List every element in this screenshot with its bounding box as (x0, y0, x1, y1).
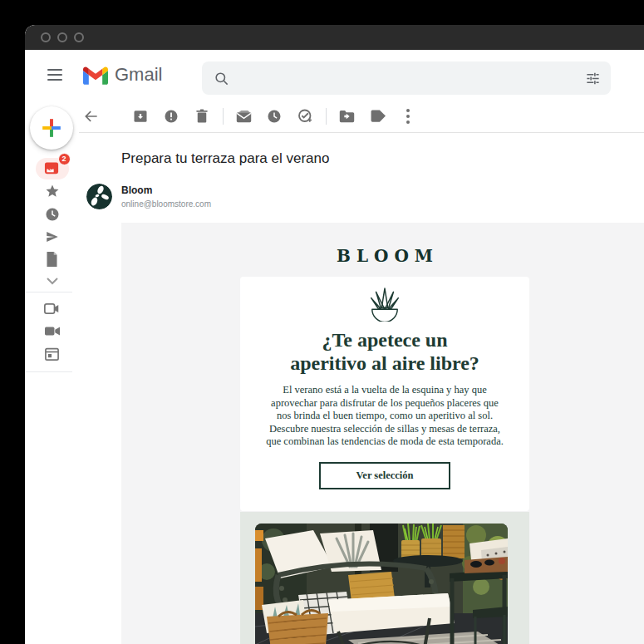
inbox-unread-badge: 2 (58, 153, 71, 165)
move-to-folder-button[interactable] (337, 106, 356, 126)
snooze-button[interactable] (264, 106, 284, 126)
sender-address[interactable]: online@bloomstore.com (121, 199, 211, 209)
mark-unread-button[interactable] (234, 106, 253, 126)
newsletter-card: ¿Te apetece un aperitivo al aire libre? … (240, 277, 529, 511)
search-icon (214, 71, 229, 86)
sidebar-item-drafts[interactable] (25, 248, 79, 270)
window-close-button[interactable] (41, 32, 51, 42)
sidebar-divider (25, 371, 72, 372)
labels-button[interactable] (367, 106, 387, 126)
sender-avatar[interactable] (86, 184, 112, 209)
sidebar-item-starred[interactable] (25, 179, 79, 202)
sidebar-item-sent[interactable] (25, 225, 79, 248)
sender-row: Bloom online@bloomstore.com (79, 184, 644, 210)
terrace-furniture-photo[interactable] (255, 524, 508, 644)
snooze-clock-icon (45, 207, 60, 222)
sender-name[interactable]: Bloom (121, 184, 152, 196)
back-arrow-button[interactable] (81, 106, 101, 126)
sidebar-item-inbox[interactable]: 2 (25, 157, 79, 179)
report-spam-button[interactable] (161, 106, 181, 126)
sidebar-more-toggle[interactable] (25, 270, 79, 293)
newsletter-body-text: El verano está a la vuelta de la esquina… (263, 384, 507, 449)
toolbar-divider (326, 108, 327, 125)
newsletter-brand-logo: BLOOM (240, 246, 529, 266)
calendar-icon (45, 347, 59, 361)
more-options-button[interactable] (398, 106, 418, 126)
add-to-tasks-button[interactable] (295, 106, 315, 126)
hamburger-menu-button[interactable] (38, 58, 71, 91)
camcorder-icon (45, 326, 60, 337)
email-subject: Prepara tu terraza para el verano (79, 133, 644, 167)
gmail-logo-icon (83, 66, 108, 85)
browser-window: Gmail (25, 25, 644, 644)
inbox-icon (44, 161, 60, 175)
succulent-plant-icon (367, 287, 402, 322)
search-bar[interactable] (202, 61, 611, 95)
mail-view: Prepara tu terraza para el verano Bloom … (79, 100, 644, 644)
search-input[interactable] (238, 71, 585, 85)
chevron-down-icon (47, 278, 58, 285)
sidebar-item-snoozed[interactable] (25, 203, 79, 225)
meet-video-icon (44, 302, 60, 315)
sidebar-divider (25, 292, 72, 293)
star-icon (45, 184, 60, 199)
newsletter-photo-section (240, 512, 529, 644)
toolbar-divider (223, 108, 224, 125)
gmail-header: Gmail (25, 50, 644, 100)
delete-button[interactable] (192, 106, 212, 126)
mail-toolbar (79, 100, 644, 133)
compose-button[interactable] (30, 106, 73, 150)
sidebar-item-meet[interactable] (25, 297, 79, 320)
draft-doc-icon (45, 252, 59, 267)
sidebar-item-calendar[interactable] (25, 342, 79, 365)
send-icon (45, 229, 60, 244)
archive-button[interactable] (130, 106, 150, 126)
gmail-sidebar: 2 (25, 100, 79, 644)
newsletter-heading: ¿Te apetece un aperitivo al aire libre? (262, 328, 508, 375)
plus-multicolor-icon (41, 117, 62, 139)
tune-icon[interactable] (585, 71, 601, 86)
sidebar-item-camcorder[interactable] (25, 320, 79, 342)
window-maximize-button[interactable] (74, 32, 84, 42)
app-name: Gmail (115, 64, 162, 86)
email-body: BLOOM ¿Te apetece un aperitivo (121, 223, 644, 644)
window-minimize-button[interactable] (57, 32, 67, 42)
ver-seleccion-button[interactable]: Ver selección (319, 462, 450, 489)
browser-titlebar (25, 25, 644, 50)
